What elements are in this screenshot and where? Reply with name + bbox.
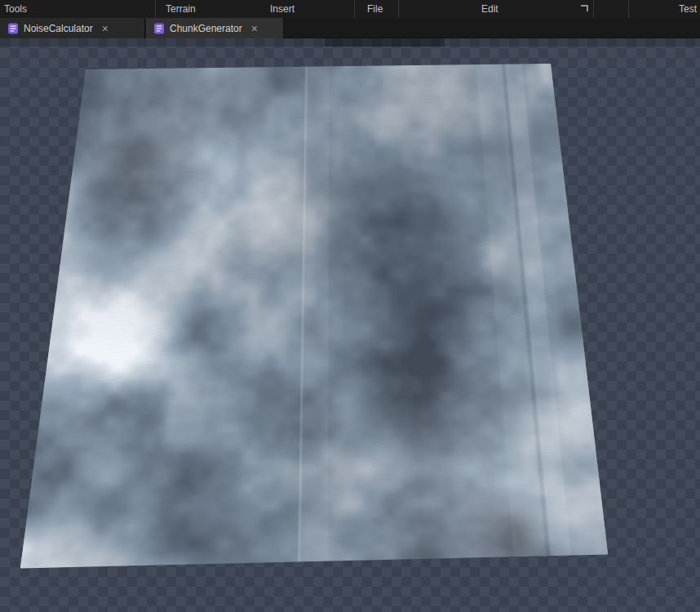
menu-separator <box>354 0 355 18</box>
script-icon <box>153 23 165 34</box>
menu-item-file[interactable]: File <box>365 0 385 18</box>
tab-chunkgenerator[interactable]: ChunkGenerator × <box>146 18 284 38</box>
tab-label: ChunkGenerator <box>170 23 242 34</box>
close-icon[interactable]: × <box>102 23 109 34</box>
menu-separator <box>593 0 594 18</box>
viewport-top-notch <box>325 38 445 47</box>
menu-item-terrain[interactable]: Terrain <box>163 0 198 18</box>
tab-noisecalculator[interactable]: NoiseCalculator × <box>0 18 145 38</box>
tab-label: NoiseCalculator <box>24 23 93 34</box>
menu-separator <box>398 0 399 18</box>
dock-corner-icon[interactable] <box>581 5 588 11</box>
menu-separator <box>155 0 156 18</box>
menu-bar: Tools Terrain Insert File Edit Test <box>0 0 700 18</box>
viewport <box>0 38 700 612</box>
tab-bar: NoiseCalculator × ChunkGenerator × <box>0 18 700 38</box>
script-icon <box>7 23 19 34</box>
menu-item-tools[interactable]: Tools <box>2 0 29 18</box>
menu-item-insert[interactable]: Insert <box>268 0 297 18</box>
menu-separator <box>628 0 629 18</box>
close-icon[interactable]: × <box>251 23 258 34</box>
menu-item-test[interactable]: Test <box>676 0 699 18</box>
viewport-canvas[interactable] <box>0 38 700 612</box>
menu-item-edit[interactable]: Edit <box>479 0 501 18</box>
